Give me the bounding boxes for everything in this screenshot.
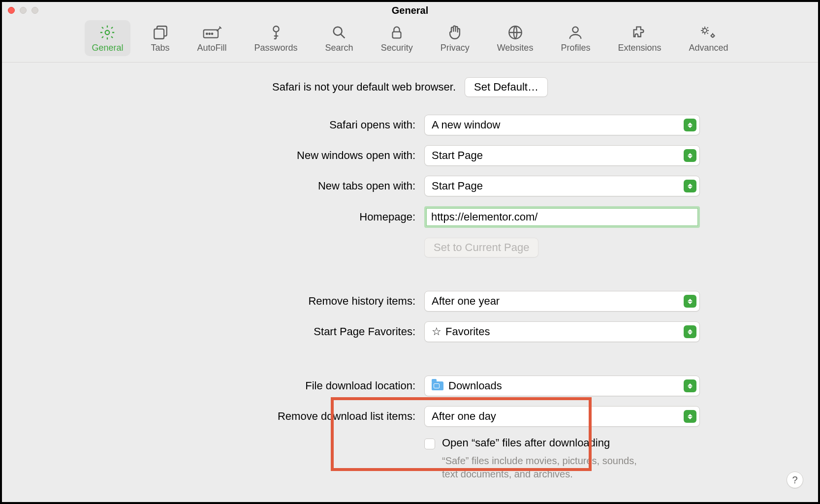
globe-icon [507,24,524,41]
open-safe-checkbox[interactable] [424,439,435,449]
default-browser-notice: Safari is not your default web browser. [272,81,456,94]
svg-rect-1 [154,29,164,39]
search-icon [331,24,347,41]
tab-label: General [92,43,123,53]
new-windows-popup[interactable]: Start Page [424,145,700,166]
autofill-icon [202,24,222,41]
svg-point-3 [206,33,208,34]
new-windows-label: New windows open with: [120,149,415,162]
window-zoom-button[interactable] [32,7,38,14]
puzzle-icon [631,24,648,41]
tab-advanced[interactable]: Advanced [682,20,735,56]
favorites-label: Start Page Favorites: [120,325,415,338]
tab-label: Security [381,43,413,53]
tab-security[interactable]: Security [374,20,420,56]
default-browser-row: Safari is not your default web browser. … [7,77,813,97]
preferences-toolbar: General Tabs Auto [2,17,818,63]
tab-label: Search [325,43,353,53]
svg-point-10 [573,27,578,32]
gears-icon [699,24,719,41]
homepage-input[interactable] [424,206,700,228]
svg-point-7 [334,27,342,35]
svg-point-12 [711,34,714,37]
remove-dl-label: Remove download list items: [120,410,415,423]
tab-search[interactable]: Search [318,20,360,56]
help-icon: ? [792,474,797,486]
chevron-updown-icon [684,379,696,392]
set-current-page-button[interactable]: Set to Current Page [424,238,538,257]
tab-label: Websites [497,43,534,53]
tab-extensions[interactable]: Extensions [611,20,668,56]
remove-dl-value: After one day [432,410,496,423]
open-safe-row: Open “safe” files after downloading “Saf… [424,437,700,481]
tab-privacy[interactable]: Privacy [434,20,476,56]
opens-with-popup[interactable]: A new window [424,115,700,135]
preferences-window: General General Tabs [0,0,820,504]
chevron-updown-icon [684,295,696,308]
chevron-updown-icon [684,119,696,131]
tab-label: Advanced [689,43,728,53]
window-controls [8,7,38,14]
tab-tabs[interactable]: Tabs [144,20,177,56]
open-safe-description: “Safe” files include movies, pictures, s… [442,454,654,481]
tab-autofill[interactable]: AutoFill [190,20,234,56]
hand-icon [446,24,463,41]
tab-label: Profiles [561,43,590,53]
tab-label: Privacy [441,43,470,53]
download-location-popup[interactable]: Downloads [424,376,700,396]
tab-general[interactable]: General [85,20,130,56]
new-tabs-value: Start Page [432,180,483,192]
window-close-button[interactable] [8,7,15,14]
chevron-updown-icon [684,149,696,162]
profile-icon [567,24,584,41]
remove-history-label: Remove history items: [120,295,415,308]
download-location-value: Downloads [448,379,502,392]
svg-point-0 [105,31,110,35]
help-button[interactable]: ? [787,472,803,488]
svg-point-4 [209,33,210,34]
remove-history-popup[interactable]: After one year [424,291,700,312]
tab-websites[interactable]: Websites [490,20,540,56]
gear-icon [99,24,116,41]
settings-form: Safari opens with: A new window New wind… [7,115,813,481]
tab-label: Passwords [254,43,298,53]
chevron-updown-icon [684,325,696,338]
svg-point-5 [211,33,213,34]
tab-label: Extensions [618,43,661,53]
svg-point-11 [703,29,707,32]
homepage-label: Homepage: [120,211,415,223]
lock-icon [388,24,405,41]
open-safe-label: Open “safe” files after downloading [442,437,654,449]
favorites-popup[interactable]: ☆ Favorites [424,321,700,342]
content-area: Safari is not your default web browser. … [2,63,818,502]
star-icon: ☆ [432,325,442,338]
svg-point-6 [273,26,279,32]
set-default-button[interactable]: Set Default… [465,77,548,97]
svg-rect-8 [393,32,401,38]
tab-label: AutoFill [197,43,227,53]
key-icon [268,24,284,41]
chevron-updown-icon [684,180,696,192]
favorites-value: Favorites [445,325,490,338]
opens-with-value: A new window [432,119,500,131]
folder-icon [432,381,443,390]
new-tabs-popup[interactable]: Start Page [424,176,700,196]
chevron-updown-icon [684,410,696,423]
window-title: General [2,2,818,17]
new-windows-value: Start Page [432,149,483,162]
tab-passwords[interactable]: Passwords [248,20,305,56]
remove-dl-popup[interactable]: After one day [424,406,700,427]
tab-label: Tabs [151,43,170,53]
tabs-icon [152,24,169,41]
window-minimize-button[interactable] [20,7,27,14]
download-location-label: File download location: [120,379,415,392]
tab-profiles[interactable]: Profiles [554,20,597,56]
new-tabs-label: New tabs open with: [120,180,415,192]
opens-with-label: Safari opens with: [120,119,415,131]
remove-history-value: After one year [432,295,500,308]
